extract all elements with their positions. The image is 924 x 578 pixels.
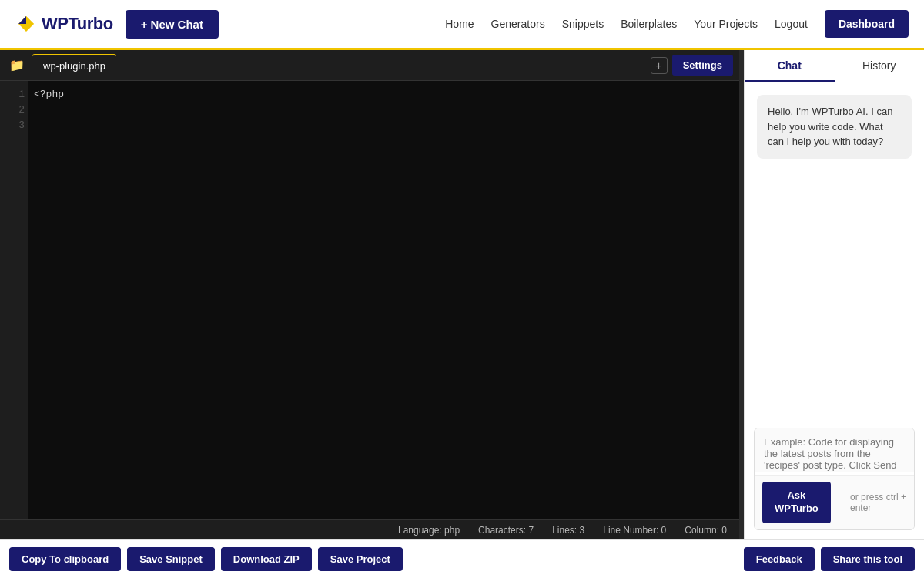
svg-marker-1	[18, 16, 26, 24]
header: WPTurbo + New Chat Home Generators Snipp…	[0, 0, 924, 50]
editor-body: 1 2 3 <?php	[0, 81, 739, 519]
editor-panel: 📁 wp-plugin.php + Settings 1 2 3 <?php L…	[0, 50, 739, 539]
chat-tabs: Chat History	[745, 50, 924, 82]
greeting-bubble: Hello, I'm WPTurbo AI. I can help you wr…	[757, 95, 912, 159]
status-linenumber: Line Number: 0	[603, 525, 666, 536]
ctrl-hint: or press ctrl + enter	[850, 492, 906, 513]
line-numbers: 1 2 3	[0, 81, 28, 519]
logo-text: WPTurbo	[42, 14, 113, 34]
status-characters: Characters: 7	[478, 525, 534, 536]
code-line-1: <?php	[34, 87, 733, 102]
download-zip-button[interactable]: Download ZIP	[221, 547, 312, 571]
nav-home[interactable]: Home	[445, 18, 474, 30]
add-tab-button[interactable]: +	[651, 57, 668, 74]
tab-history[interactable]: History	[835, 50, 925, 82]
chat-input[interactable]	[755, 428, 914, 472]
editor-tabs: 📁 wp-plugin.php + Settings	[0, 50, 739, 81]
ask-button[interactable]: Ask WPTurbo	[762, 482, 831, 523]
nav-logout[interactable]: Logout	[775, 18, 808, 30]
logo-area: WPTurbo + New Chat	[15, 10, 219, 39]
save-project-button[interactable]: Save Project	[318, 547, 403, 571]
editor-tab-wp-plugin[interactable]: wp-plugin.php	[32, 54, 116, 77]
status-column: Column: 0	[685, 525, 727, 536]
main-area: 📁 wp-plugin.php + Settings 1 2 3 <?php L…	[0, 50, 924, 539]
logo-icon	[15, 13, 37, 35]
status-lines: Lines: 3	[552, 525, 584, 536]
code-area[interactable]: <?php	[28, 81, 739, 519]
feedback-button[interactable]: Feedback	[744, 547, 815, 571]
status-language: Language: php	[398, 525, 460, 536]
editor-statusbar: Language: php Characters: 7 Lines: 3 Lin…	[0, 519, 739, 539]
new-chat-button[interactable]: + New Chat	[126, 10, 219, 39]
share-button[interactable]: Share this tool	[821, 547, 915, 571]
chat-input-area: Ask WPTurbo or press ctrl + enter	[745, 418, 924, 539]
dashboard-button[interactable]: Dashboard	[825, 10, 909, 38]
chat-input-wrapper: Ask WPTurbo or press ctrl + enter	[754, 428, 915, 530]
chat-messages: Hello, I'm WPTurbo AI. I can help you wr…	[745, 82, 924, 418]
nav: Home Generators Snippets Boilerplates Yo…	[445, 10, 909, 38]
logo-link[interactable]: WPTurbo	[15, 13, 113, 35]
nav-your-projects[interactable]: Your Projects	[694, 18, 758, 30]
nav-boilerplates[interactable]: Boilerplates	[621, 18, 677, 30]
svg-marker-2	[26, 16, 34, 24]
bottom-bar: Copy To clipboard Save Snippet Download …	[0, 539, 924, 578]
save-snippet-button[interactable]: Save Snippet	[127, 547, 215, 571]
nav-generators[interactable]: Generators	[491, 18, 545, 30]
chat-input-footer: Ask WPTurbo or press ctrl + enter	[755, 475, 914, 529]
tab-chat[interactable]: Chat	[745, 50, 835, 82]
folder-icon[interactable]: 📁	[6, 55, 28, 76]
settings-button[interactable]: Settings	[672, 55, 733, 76]
nav-snippets[interactable]: Snippets	[562, 18, 604, 30]
copy-to-clipboard-button[interactable]: Copy To clipboard	[9, 547, 121, 571]
chat-panel: Chat History Hello, I'm WPTurbo AI. I ca…	[744, 50, 924, 539]
